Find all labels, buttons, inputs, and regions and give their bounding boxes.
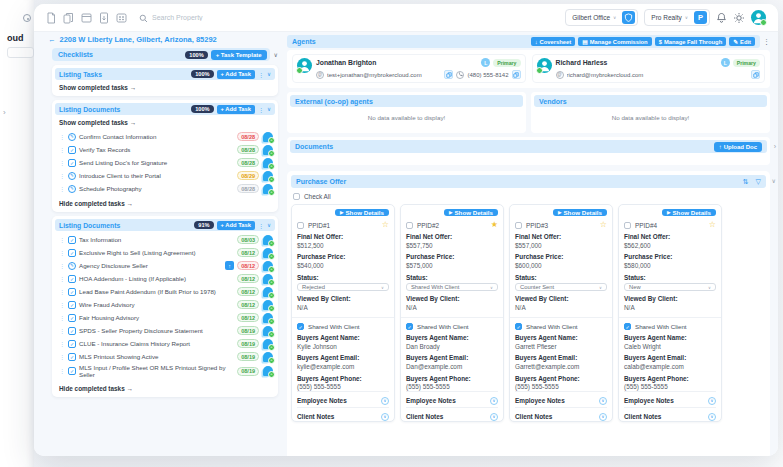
- expand-icon[interactable]: ∨: [708, 397, 716, 405]
- task-row[interactable]: ⋮ Fair Housing Advisory ↑ 08/12: [55, 311, 275, 324]
- status-select[interactable]: Rejected ∨: [297, 283, 389, 291]
- task-row[interactable]: ⋮ MLS Printout Showing Active ↑ 08/19: [55, 350, 275, 363]
- check-all-checkbox[interactable]: [293, 193, 300, 200]
- chevron-down-icon[interactable]: ∨: [267, 222, 271, 228]
- task-row[interactable]: ⋮ Confirm Contact Information ↑ 08/28: [55, 130, 275, 143]
- chevron-down-icon[interactable]: ∨: [267, 71, 271, 77]
- comment-bubble-icon[interactable]: [263, 366, 273, 376]
- add-task-button[interactable]: + Add Task: [217, 221, 255, 230]
- upload-icon[interactable]: ↑: [225, 261, 234, 270]
- drag-handle-icon[interactable]: ⋮: [59, 237, 65, 243]
- more-options-icon[interactable]: ⋮: [258, 71, 264, 78]
- drag-handle-icon[interactable]: ⋮: [59, 134, 65, 140]
- copy-icon[interactable]: [512, 70, 521, 79]
- comment-bubble-icon[interactable]: [263, 248, 273, 258]
- drag-handle-icon[interactable]: ⋮: [59, 147, 65, 153]
- comment-bubble-icon[interactable]: [263, 158, 273, 168]
- copy-icon[interactable]: [444, 70, 453, 79]
- brightness-icon[interactable]: [733, 12, 745, 24]
- status-select[interactable]: Shared With Client ∨: [406, 283, 498, 291]
- offer-checkbox[interactable]: [406, 222, 413, 229]
- task-row[interactable]: ⋮ Wire Fraud Advisory ↑ 08/12: [55, 298, 275, 311]
- more-options-icon[interactable]: ⋮: [258, 106, 264, 113]
- breadcrumb[interactable]: ← 2208 W Liberty Lane, Gilbert, Arizona,…: [48, 35, 217, 44]
- filter-icon[interactable]: ▽: [756, 178, 761, 186]
- expand-icon[interactable]: ∨: [599, 413, 607, 421]
- offer-checkbox[interactable]: [624, 222, 631, 229]
- offer-checkbox[interactable]: [297, 222, 304, 229]
- offer-checkbox[interactable]: [515, 222, 522, 229]
- drag-handle-icon[interactable]: ⋮: [59, 186, 65, 192]
- show-details-button[interactable]: ▶Show Details: [444, 209, 498, 216]
- show-completed-link[interactable]: Show completed tasks →: [55, 115, 275, 128]
- realty-selector[interactable]: Pro Realty ∨ P: [644, 9, 710, 26]
- task-row[interactable]: ⋮ Tax Information ↑ 08/03: [55, 233, 275, 246]
- star-icon[interactable]: ★: [491, 221, 498, 229]
- drag-handle-icon[interactable]: ⋮: [59, 341, 65, 347]
- drag-handle-icon[interactable]: ⋮: [59, 354, 65, 360]
- task-row[interactable]: ⋮ SPDS - Seller Property Disclosure Stat…: [55, 324, 275, 337]
- drag-handle-icon[interactable]: ⋮: [59, 250, 65, 256]
- comment-bubble-icon[interactable]: [263, 287, 273, 297]
- task-row[interactable]: ⋮ Schedule Photography ↑ 08/28: [55, 182, 275, 195]
- office-selector[interactable]: Gilbert Office ∨: [565, 9, 638, 26]
- chevron-down-icon[interactable]: ∨: [267, 106, 271, 112]
- user-avatar[interactable]: [751, 10, 766, 25]
- comment-bubble-icon[interactable]: [263, 132, 273, 142]
- show-details-button[interactable]: ▶Show Details: [335, 209, 389, 216]
- chevron-right-icon[interactable]: ›: [3, 108, 6, 117]
- expand-icon[interactable]: ∨: [381, 397, 389, 405]
- task-row[interactable]: ⋮ Verify Tax Records ↑ 08/28: [55, 143, 275, 156]
- file-icon[interactable]: [46, 12, 56, 24]
- show-details-button[interactable]: ▶Show Details: [553, 209, 607, 216]
- hide-completed-link[interactable]: Hide completed tasks →: [55, 196, 275, 209]
- task-row[interactable]: ⋮ Send Listing Doc's for Signature ↑ 08/…: [55, 156, 275, 169]
- manage-fall-through-button[interactable]: $Manage Fall Through: [655, 37, 727, 46]
- task-row[interactable]: ⋮ HOA Addendum - Listing (If Applicable)…: [55, 272, 275, 285]
- comment-bubble-icon[interactable]: [263, 261, 273, 271]
- task-row[interactable]: ⋮ Agency Disclosure Seller ↑ 08/12: [55, 259, 275, 272]
- shared-with-client-checkbox[interactable]: [297, 323, 304, 330]
- search-box[interactable]: [139, 9, 252, 27]
- chevron-right-icon[interactable]: ›: [774, 143, 776, 150]
- drag-handle-icon[interactable]: ⋮: [59, 289, 65, 295]
- drag-handle-icon[interactable]: ⋮: [59, 160, 65, 166]
- add-task-button[interactable]: + Add Task: [217, 70, 255, 79]
- comment-bubble-icon[interactable]: [263, 339, 273, 349]
- more-options-icon[interactable]: ⋮: [258, 222, 264, 229]
- comment-bubble-icon[interactable]: [263, 274, 273, 284]
- comment-bubble-icon[interactable]: [263, 171, 273, 181]
- shared-with-client-checkbox[interactable]: [515, 323, 522, 330]
- sort-icon[interactable]: ⇅: [743, 178, 749, 186]
- expand-icon[interactable]: ∨: [599, 397, 607, 405]
- drag-handle-icon[interactable]: ⋮: [59, 263, 65, 269]
- file-download-icon[interactable]: [99, 12, 109, 24]
- back-arrow-icon[interactable]: ←: [48, 35, 56, 44]
- coversheet-button[interactable]: ↓Coversheet: [531, 37, 575, 46]
- expand-icon[interactable]: ∨: [708, 413, 716, 421]
- comment-bubble-icon[interactable]: [263, 352, 273, 362]
- add-task-button[interactable]: + Add Task: [217, 105, 255, 114]
- task-row[interactable]: ⋮ Introduce Client to their Portal ↑ 08/…: [55, 169, 275, 182]
- show-completed-link[interactable]: Show completed tasks →: [55, 80, 275, 93]
- more-options-icon[interactable]: ⋮: [763, 38, 770, 46]
- manage-commission-button[interactable]: ▤Manage Commission: [578, 37, 651, 46]
- show-details-button[interactable]: ▶Show Details: [662, 209, 716, 216]
- comment-bubble-icon[interactable]: [263, 235, 273, 245]
- shared-with-client-checkbox[interactable]: [406, 323, 413, 330]
- card-icon[interactable]: [81, 12, 92, 24]
- search-input[interactable]: [152, 14, 252, 21]
- grid-icon[interactable]: [116, 12, 127, 24]
- task-row[interactable]: ⋮ Lead Base Paint Addendum (If Built Pri…: [55, 285, 275, 298]
- task-row[interactable]: ⋮ Exclusive Right to Sell (Listing Agree…: [55, 246, 275, 259]
- drag-handle-icon[interactable]: ⋮: [59, 173, 65, 179]
- copy-pages-icon[interactable]: [63, 12, 74, 24]
- comment-bubble-icon[interactable]: [263, 300, 273, 310]
- drag-handle-icon[interactable]: ⋮: [59, 276, 65, 282]
- drag-handle-icon[interactable]: ⋮: [59, 368, 65, 374]
- task-row[interactable]: ⋮ CLUE - Insurance Claims History Report…: [55, 337, 275, 350]
- copy-icon[interactable]: [751, 70, 760, 79]
- expand-icon[interactable]: ∨: [490, 413, 498, 421]
- status-select[interactable]: Counter Sent ∨: [515, 283, 607, 291]
- shared-with-client-checkbox[interactable]: [624, 323, 631, 330]
